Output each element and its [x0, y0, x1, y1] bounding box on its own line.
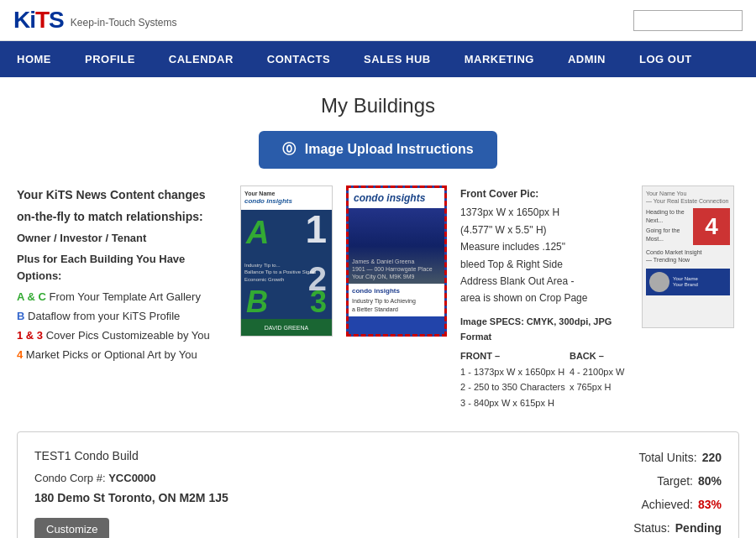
achieved-label: Achieved:: [641, 493, 692, 516]
total-value: 220: [702, 446, 722, 469]
corp-number: YCC0000: [108, 472, 155, 484]
opt1-highlight: A & C: [17, 290, 46, 303]
newsletter1-label-3: 3: [310, 287, 327, 317]
main-nav: HOME PROFILE CALENDAR CONTACTS SALES HUB…: [0, 41, 756, 77]
nav-sales-hub[interactable]: SALES HUB: [347, 41, 448, 77]
nav-contacts[interactable]: CONTACTS: [250, 41, 347, 77]
stat-total: Total Units: 220: [633, 446, 722, 469]
status-value: Pending: [675, 516, 722, 538]
specs-line3: Measure includes .125": [460, 238, 628, 255]
specs-line5: Address Blank Out Area -: [460, 273, 628, 290]
logo-tagline: Keep-in-Touch Systems: [71, 17, 177, 29]
newsletter4-avatar-circle: [649, 272, 669, 292]
building-stats: Total Units: 220 Target: 80% Achieved: 8…: [633, 446, 722, 538]
customize-button[interactable]: Customize: [34, 518, 109, 538]
left-opt2: B Dataflow from your KiTS Profile: [17, 308, 227, 326]
specs-table: FRONT – BACK – 1 - 1373px W x 1650px H 4…: [460, 348, 628, 411]
image-specs-label: Image SPECS: CMYK, 300dpi, JPG Format: [460, 314, 628, 345]
newsletter-image-1: Your Name condo insights A 1 Industry Ti…: [240, 185, 333, 337]
newsletter2-title: condo insights: [354, 192, 425, 204]
building-address: 180 Demo St Toronto, ON M2M 1J5: [34, 488, 228, 509]
building-info: TEST1 Condo Build Condo Corp #: YCC0000 …: [34, 446, 228, 509]
newsletter2-imgarea: James & Daniel Greena 1901 — 000 Harrowg…: [349, 208, 444, 284]
opt4-text: Market Picks or Optional Art by You: [26, 348, 197, 361]
building-corp: Condo Corp #: YCC0000: [34, 468, 228, 488]
logo: KiTS Keep-in-Touch Systems: [13, 7, 177, 34]
left-opt3: 1 & 3 Cover Pics Customizeable by You: [17, 327, 227, 345]
specs-front-3: 3 - 840px W x 615px H: [460, 395, 570, 411]
newsletter-image-2: condo insights James & Daniel Greena 190…: [346, 185, 447, 337]
opt2-text: Dataflow from your KiTS Profile: [28, 310, 180, 322]
newsletter1-label-b: B: [246, 287, 268, 317]
total-label: Total Units:: [638, 446, 696, 469]
content-area: Your KiTS News Content changes on-the-fl…: [17, 185, 739, 411]
left-line2: on-the-fly to match relationships:: [17, 207, 227, 226]
upload-icon: ⓪: [282, 142, 296, 156]
specs-line6: area is shown on Crop Page: [460, 290, 628, 306]
left-line1: Your KiTS News Content changes: [17, 185, 227, 204]
building-name: TEST1 Condo Build: [34, 446, 228, 467]
newsletter1-topbar: Your Name condo insights: [241, 186, 332, 210]
newsletter4-text: Heading to the Next... Going for the Mos…: [646, 208, 690, 245]
stat-achieved: Achieved: 83%: [633, 493, 722, 516]
building-card: TEST1 Condo Build Condo Corp #: YCC0000 …: [17, 431, 739, 538]
specs-line1: 1373px W x 1650px H: [460, 204, 628, 221]
newsletter1-label-1: 1: [305, 210, 327, 248]
stat-target: Target: 80%: [633, 469, 722, 493]
newsletter4-label-4: 4: [693, 208, 730, 245]
newsletter4-content: Heading to the Next... Going for the Mos…: [646, 208, 730, 245]
newsletter2-addr: James & Daniel Greena 1901 — 000 Harrowg…: [352, 258, 433, 280]
upload-instructions-button[interactable]: ⓪ Image Upload Instructions: [259, 131, 496, 169]
target-value: 80%: [698, 469, 722, 493]
corp-label: Condo Corp #:: [34, 472, 106, 484]
nav-marketing[interactable]: MARKETING: [448, 41, 551, 77]
newsletter2-topbar: condo insights: [349, 188, 444, 208]
opt3-text: Cover Pics Customizeable by You: [46, 329, 210, 342]
image-specs: Front Cover Pic: 1373px W x 1650px H (4.…: [460, 185, 628, 411]
nav-logout[interactable]: LOG OUT: [622, 41, 709, 77]
opt3-highlight: 1 & 3: [17, 329, 43, 342]
left-line4: Plus for Each Building You Have Options:: [17, 251, 227, 286]
specs-front-2: 2 - 250 to 350 Characters: [460, 379, 570, 395]
specs-header: Front Cover Pic:: [460, 185, 628, 202]
opt2-highlight: B: [17, 310, 24, 322]
nav-profile[interactable]: PROFILE: [68, 41, 152, 77]
newsletter2-bottom: condo insights Industry Tip to Achieving…: [349, 284, 444, 316]
newsletter1-label-a: A: [246, 217, 269, 248]
left-line3: Owner / Investor / Tenant: [17, 230, 227, 248]
specs-line4: bleed Top & Right Side: [460, 256, 628, 273]
newsletter4-avatar-bar: Your Name Your Brand: [646, 269, 730, 295]
newsletter-image-2-wrapper: condo insights James & Daniel Greena 190…: [346, 185, 447, 337]
status-label: Status:: [633, 516, 670, 538]
header: KiTS Keep-in-Touch Systems: [0, 0, 756, 41]
specs-back-label: BACK –: [570, 348, 628, 364]
main-content: My Buildings ⓪ Image Upload Instructions…: [0, 77, 756, 538]
specs-line2: (4.577" W x 5.5" H): [460, 222, 628, 238]
specs-front-label: FRONT –: [460, 348, 570, 364]
nav-calendar[interactable]: CALENDAR: [152, 41, 250, 77]
newsletter4-header: Your Name You — Your Real Estate Connect…: [646, 190, 730, 205]
specs-front-1: 1 - 1373px W x 1650px H: [460, 364, 570, 380]
page-title: My Buildings: [17, 94, 739, 118]
logo-kits-text: KiTS: [13, 7, 64, 34]
achieved-value: 83%: [698, 493, 722, 516]
newsletter4-bottom-text: Condo Market Insight — Trending Now: [646, 248, 730, 264]
newsletter4-avatar-text: Your Name Your Brand: [673, 276, 698, 290]
header-search[interactable]: [633, 10, 743, 31]
left-opt1: A & C From Your Template Art Gallery: [17, 289, 227, 306]
newsletter-image-4: Your Name You — Your Real Estate Connect…: [642, 185, 734, 328]
search-input[interactable]: [633, 10, 743, 31]
left-opt4: 4 Market Picks or Optional Art by You: [17, 347, 227, 364]
specs-back-4: 4 - 2100px W: [570, 364, 628, 380]
stat-status: Status: Pending: [633, 516, 722, 538]
nav-admin[interactable]: ADMIN: [551, 41, 622, 77]
newsletter1-name: Your Name condo insights: [244, 191, 292, 206]
specs-back-4b: x 765px H: [570, 379, 628, 395]
target-label: Target:: [657, 469, 693, 493]
opt4-highlight: 4: [17, 348, 23, 361]
building-info-left: TEST1 Condo Build Condo Corp #: YCC0000 …: [34, 446, 228, 538]
nav-home[interactable]: HOME: [0, 41, 68, 77]
newsletter1-bottom: DAVID GREENA: [241, 319, 332, 336]
left-description: Your KiTS News Content changes on-the-fl…: [17, 185, 227, 365]
